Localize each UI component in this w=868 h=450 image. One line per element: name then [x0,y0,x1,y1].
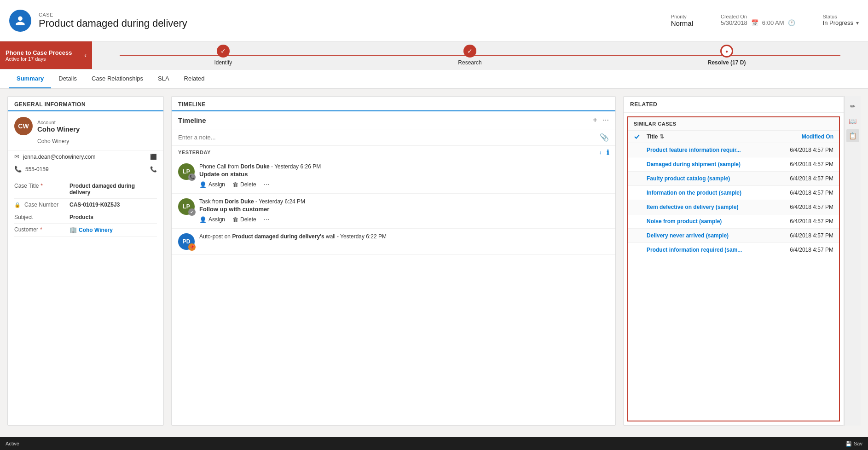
account-sub: Coho Winery [37,138,157,144]
tab-sla[interactable]: SLA [150,69,177,88]
process-label-box: Phone to Case Process Active for 17 days… [0,41,92,69]
timeline-item-1: LP ✓ Task from Doris Duke - Yesterday 6:… [172,194,615,229]
similar-case-row-4: Item defective on delivery (sample) 6/4/… [628,200,839,214]
timeline-item-desc-1: Follow up with customer [199,206,609,213]
timeline-body-2: Auto-post on Product damaged during deli… [199,233,609,250]
step-circle-resolve: ● [720,45,733,58]
customer-record-icon: 🏢 [69,226,77,233]
book-sidebar-icon[interactable]: 📖 [846,115,859,127]
panel-right-wrapper: RELATED SIMILAR CASES Title ⇅ Modified O… [623,96,861,426]
case-date-7: 6/4/2018 4:57 PM [790,247,833,253]
case-title-link-3[interactable]: Information on the product (sample) [647,190,786,196]
timeline-more-icon[interactable]: ··· [603,116,609,124]
case-title-link-7[interactable]: Product information required (sam... [647,247,786,253]
similar-case-row-1: Damaged during shipment (sample) 6/4/201… [628,157,839,172]
timeline-item-title-2: Auto-post on Product damaged during deli… [199,233,609,240]
assign-button-1[interactable]: 👤 Assign [199,216,225,223]
phone-action-icon[interactable]: 📞 [150,166,157,173]
process-label-sub: Active for 17 days [6,56,72,62]
col-title-header[interactable]: Title ⇅ [647,133,798,140]
timeline-avatar-2: PD 📌 [178,233,195,250]
account-label: Account [37,120,80,125]
process-steps: ✓ Identify ✓ Research ● Resolve (17 D) [92,45,868,66]
process-label-content: Phone to Case Process Active for 17 days [6,49,72,62]
priority-field: Priority Normal [671,14,693,27]
general-info-panel: GENERAL INFORMATION CW Account Coho Wine… [7,96,164,426]
case-title-link-1[interactable]: Damaged during shipment (sample) [647,161,786,167]
field-label-case-title: Case Title * [14,183,69,189]
timeline-body-1: Task from Doris Duke - Yesterday 6:24 PM… [199,198,609,224]
tab-details[interactable]: Details [51,69,84,88]
tab-case-relationships[interactable]: Case Relationships [84,69,150,88]
email-value: jenna.dean@cohowinery.com [23,154,146,160]
attach-icon[interactable]: 📎 [600,133,609,142]
customer-link[interactable]: 🏢 Coho Winery [69,226,113,233]
field-case-title: Case Title * Product damaged during deli… [14,180,157,199]
created-field: Created On 5/30/2018 📅 6:00 AM 🕐 [721,14,795,26]
delete-icon-1: 🗑 [232,216,238,223]
case-avatar [9,10,31,32]
edit-sidebar-icon[interactable]: ✏ [846,100,859,113]
case-title-link-2[interactable]: Faulty product catalog (sample) [647,175,786,182]
process-label-text: Phone to Case Process [6,49,72,56]
field-label-case-number: 🔒Case Number [14,202,69,208]
timeline-avatar-icon-0: 📞 [188,173,196,181]
timeline-body-0: Phone Call from Doris Duke - Yesterday 6… [199,163,609,189]
process-step-identify[interactable]: ✓ Identify [214,45,232,66]
general-info-header: GENERAL INFORMATION [8,97,163,111]
field-label-customer: Customer * [14,226,69,233]
created-label: Created On [721,14,795,19]
timeline-item-2: PD 📌 Auto-post on Product damaged during… [172,229,615,255]
process-collapse-icon[interactable]: ‹ [84,52,87,59]
step-circle-research: ✓ [463,45,476,58]
account-name: Coho Winery [37,125,80,133]
similar-case-row-7: Product information required (sam... 6/4… [628,243,839,257]
assign-icon-0: 👤 [199,181,207,188]
assign-button-0[interactable]: 👤 Assign [199,181,225,188]
tab-related[interactable]: Related [177,69,212,88]
delete-button-0[interactable]: 🗑 Delete [232,181,256,188]
case-date-4: 6/4/2018 4:57 PM [790,204,833,210]
more-actions-0[interactable]: ··· [264,180,270,189]
process-bar: Phone to Case Process Active for 17 days… [0,41,868,69]
status-label: Status [823,14,859,19]
col-modified-header[interactable]: Modified On [802,133,833,140]
tab-summary[interactable]: Summary [9,69,51,88]
case-title-link-5[interactable]: Noise from product (sample) [647,218,786,225]
field-value-case-number: CAS-01019-K0Z5J3 [69,202,120,208]
lock-icon: 🔒 [14,202,21,208]
email-action-icon[interactable]: ⬛ [150,154,157,160]
required-asterisk-title: * [41,183,43,189]
email-row: ✉ jenna.dean@cohowinery.com ⬛ [8,150,163,163]
phone-row: 📞 555-0159 📞 [8,163,163,175]
timeline-panel: TIMELINE Timeline + ··· 📎 YESTERDAY ↓ ℹ … [171,96,616,426]
created-value-row: 5/30/2018 📅 6:00 AM 🕐 [721,19,795,26]
case-title-link-0[interactable]: Product feature information requir... [647,147,786,153]
copy-sidebar-icon[interactable]: 📋 [846,129,859,142]
case-title-link-4[interactable]: Item defective on delivery (sample) [647,204,786,210]
process-step-research[interactable]: ✓ Research [458,45,481,66]
status-value: In Progress [823,19,853,26]
similar-cases-list: Product feature information requir... 6/… [628,143,839,257]
field-subject: Subject Products [14,211,157,224]
delete-button-1[interactable]: 🗑 Delete [232,216,256,223]
status-dropdown[interactable]: In Progress ▾ [823,19,859,26]
assign-icon-1: 👤 [199,216,207,223]
phone-value: 555-0159 [25,166,146,173]
status-chevron-icon[interactable]: ▾ [856,20,859,26]
main-content: GENERAL INFORMATION CW Account Coho Wine… [0,89,868,433]
info-icon[interactable]: ℹ [607,149,609,156]
similar-case-row-2: Faulty product catalog (sample) 6/4/2018… [628,172,839,186]
more-actions-1[interactable]: ··· [264,215,270,224]
yesterday-label: YESTERDAY [178,150,211,155]
similar-cases-cols: Title ⇅ Modified On [628,131,839,143]
sort-icon[interactable]: ⇅ [660,133,664,140]
process-step-resolve[interactable]: ● Resolve (17 D) [708,45,746,66]
field-customer: Customer * 🏢 Coho Winery [14,224,157,237]
similar-case-row-6: Delivery never arrived (sample) 6/4/2018… [628,229,839,243]
case-title-link-6[interactable]: Delivery never arrived (sample) [647,232,786,239]
note-input[interactable] [178,134,596,141]
similar-cases-header: SIMILAR CASES [628,117,839,131]
add-note-icon[interactable]: + [593,116,597,124]
sort-down-icon[interactable]: ↓ [599,150,602,155]
